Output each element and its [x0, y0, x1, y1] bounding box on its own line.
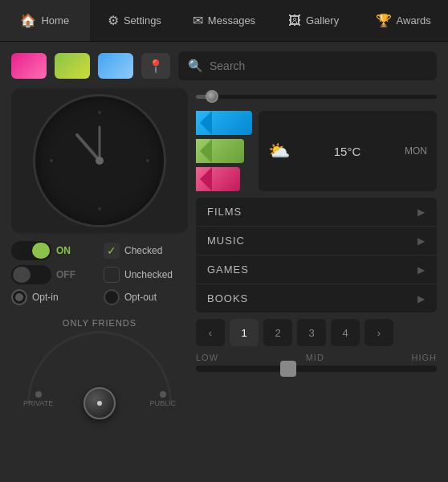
left-panel: ON ✓ Checked OFF Unchecked [11, 88, 188, 403]
page-2-button[interactable]: 2 [263, 319, 292, 346]
menu-games-arrow: ▶ [417, 264, 426, 276]
toggle-on-label: ON [56, 245, 71, 256]
page-3-button[interactable]: 3 [297, 319, 326, 346]
weather-temp: 15°C [334, 145, 361, 158]
knob-left-dot [35, 391, 42, 398]
checkbox-unchecked-item: Unchecked [104, 267, 188, 283]
nav-settings-label: Settings [124, 14, 161, 27]
tag-green[interactable] [196, 139, 244, 163]
main-content: 📍 🔍 [0, 42, 448, 413]
nav-awards-label: Awards [397, 14, 431, 27]
nav-home[interactable]: 🏠 Home [0, 0, 90, 41]
toggle-off: OFF [11, 265, 96, 284]
bottom-slider-area: LOW MID HIGH [196, 353, 437, 372]
nav-messages[interactable]: ✉ Messages [179, 0, 269, 41]
menu-item-films[interactable]: FILMS ▶ [196, 198, 437, 227]
range-slider-top [196, 88, 437, 104]
toggle-off-knob [13, 267, 31, 283]
color-blue-button[interactable] [98, 53, 133, 79]
navbar: 🏠 Home ⚙ Settings ✉ Messages 🖼 Gallery 🏆… [0, 0, 448, 42]
knob-title: ONLY FRIENDS [63, 318, 136, 328]
bottom-slider-thumb[interactable] [280, 361, 296, 377]
svg-point-6 [50, 159, 53, 162]
search-icon: 🔍 [188, 59, 203, 73]
middle-row: ON ✓ Checked OFF Unchecked [11, 88, 437, 403]
menu-films-arrow: ▶ [417, 206, 426, 218]
page-next-button[interactable]: › [365, 319, 393, 346]
menu-list: FILMS ▶ MUSIC ▶ GAMES ▶ BOOKS ▶ [196, 198, 437, 312]
menu-item-music[interactable]: MUSIC ▶ [196, 227, 437, 255]
menu-films-label: FILMS [207, 206, 242, 218]
optin-label: Opt-in [32, 292, 59, 303]
clock-svg [35, 96, 164, 225]
optout-label: Opt-out [124, 292, 157, 303]
checked-label: Checked [124, 245, 162, 256]
clock-widget [11, 88, 188, 233]
home-icon: 🏠 [20, 13, 36, 28]
nav-home-label: Home [41, 14, 69, 27]
top-row: 📍 🔍 [11, 51, 437, 80]
slider-track-top [196, 95, 437, 99]
toggle-off-label: OFF [56, 269, 75, 280]
messages-icon: ✉ [193, 13, 203, 28]
svg-point-4 [146, 159, 149, 162]
radio-optout-item: Opt-out [104, 289, 188, 305]
weather-box: ⛅ 15°C MON [259, 111, 437, 191]
menu-music-arrow: ▶ [417, 235, 426, 247]
pagination: ‹ 1 2 3 4 › [196, 319, 437, 346]
knob-right-dot [160, 391, 166, 398]
menu-item-games[interactable]: GAMES ▶ [196, 255, 437, 284]
tags-col [196, 111, 252, 191]
nav-gallery-label: Gallery [306, 14, 339, 27]
toggle-off-switch[interactable] [11, 265, 51, 284]
checkbox-unchecked[interactable] [104, 267, 120, 283]
page-prev-button[interactable]: ‹ [196, 319, 225, 346]
tag-blue[interactable] [196, 111, 252, 135]
clock-face [35, 96, 164, 225]
page-4-button[interactable]: 4 [331, 319, 360, 346]
weather-day: MON [405, 145, 427, 157]
svg-point-5 [98, 207, 101, 210]
knob-area: ONLY FRIENDS PRIVATE PUBLIC [11, 318, 188, 403]
tags-weather: ⛅ 15°C MON [196, 111, 437, 191]
radio-optin-item: Opt-in [11, 289, 96, 305]
menu-item-books[interactable]: BOOKS ▶ [196, 284, 437, 312]
svg-point-2 [96, 157, 104, 165]
controls-grid: ON ✓ Checked OFF Unchecked [11, 241, 188, 305]
nav-settings[interactable]: ⚙ Settings [90, 0, 180, 41]
knob-public-label: PUBLIC [149, 399, 176, 407]
toggle-on-switch[interactable] [11, 241, 51, 260]
location-icon: 📍 [148, 59, 164, 74]
toggle-on-knob [32, 243, 50, 259]
search-input[interactable] [210, 59, 427, 72]
checkbox-checked[interactable]: ✓ [104, 243, 120, 259]
nav-awards[interactable]: 🏆 Awards [358, 0, 448, 41]
nav-messages-label: Messages [208, 14, 255, 27]
radio-optout[interactable] [104, 289, 120, 305]
knob-private-label: PRIVATE [23, 399, 53, 407]
gallery-icon: 🖼 [288, 14, 301, 28]
slider-low-label: LOW [196, 353, 218, 362]
nav-gallery[interactable]: 🖼 Gallery [269, 0, 359, 41]
menu-books-arrow: ▶ [417, 293, 426, 304]
slider-thumb-top[interactable] [206, 90, 218, 103]
tag-pink[interactable] [196, 167, 240, 191]
slider-high-label: HIGH [411, 353, 437, 362]
menu-music-label: MUSIC [207, 235, 245, 247]
page-1-button[interactable]: 1 [230, 319, 259, 346]
search-bar: 🔍 [178, 51, 437, 80]
toggle-on: ON [11, 241, 96, 260]
bottom-slider-track [196, 366, 437, 372]
menu-books-label: BOOKS [207, 292, 248, 304]
knob-container: PRIVATE PUBLIC [19, 331, 180, 403]
awards-icon: 🏆 [376, 13, 392, 28]
color-pink-button[interactable] [11, 53, 47, 79]
location-button[interactable]: 📍 [141, 53, 170, 79]
menu-games-label: GAMES [207, 263, 249, 276]
svg-point-3 [98, 111, 101, 114]
settings-icon: ⚙ [108, 13, 119, 28]
radio-optin[interactable] [11, 289, 27, 305]
unchecked-label: Unchecked [124, 269, 173, 280]
knob-ends: PRIVATE PUBLIC [23, 391, 176, 407]
color-green-button[interactable] [55, 53, 90, 79]
